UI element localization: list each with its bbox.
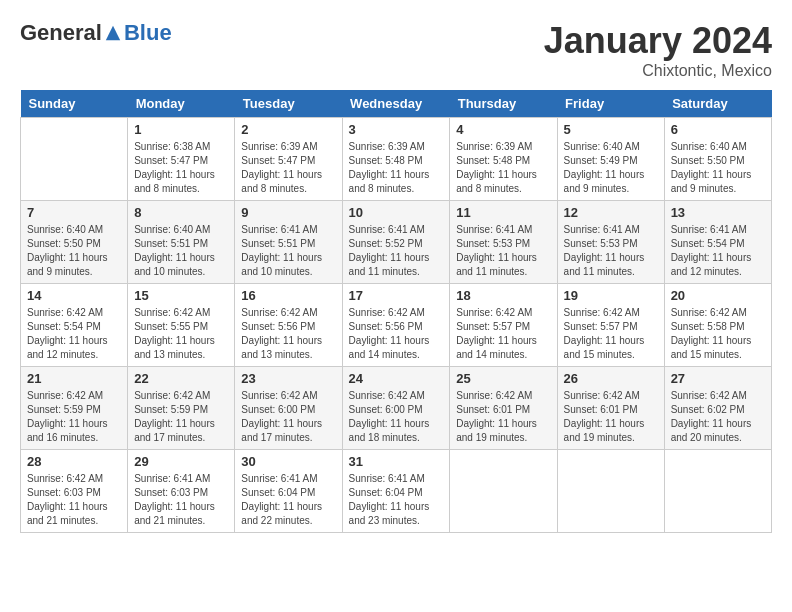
day-info: Sunrise: 6:42 AMSunset: 5:56 PMDaylight:…	[241, 306, 335, 362]
day-info: Sunrise: 6:41 AMSunset: 5:52 PMDaylight:…	[349, 223, 444, 279]
day-number: 21	[27, 371, 121, 386]
calendar-week-row: 7Sunrise: 6:40 AMSunset: 5:50 PMDaylight…	[21, 201, 772, 284]
calendar-cell	[557, 450, 664, 533]
svg-marker-0	[106, 26, 120, 40]
day-number: 6	[671, 122, 765, 137]
day-info: Sunrise: 6:40 AMSunset: 5:49 PMDaylight:…	[564, 140, 658, 196]
calendar-week-row: 21Sunrise: 6:42 AMSunset: 5:59 PMDayligh…	[21, 367, 772, 450]
calendar-cell: 7Sunrise: 6:40 AMSunset: 5:50 PMDaylight…	[21, 201, 128, 284]
calendar-cell: 26Sunrise: 6:42 AMSunset: 6:01 PMDayligh…	[557, 367, 664, 450]
day-number: 27	[671, 371, 765, 386]
day-number: 29	[134, 454, 228, 469]
day-info: Sunrise: 6:42 AMSunset: 5:55 PMDaylight:…	[134, 306, 228, 362]
day-number: 14	[27, 288, 121, 303]
day-number: 5	[564, 122, 658, 137]
title-area: January 2024 Chixtontic, Mexico	[544, 20, 772, 80]
day-number: 23	[241, 371, 335, 386]
day-info: Sunrise: 6:41 AMSunset: 6:04 PMDaylight:…	[241, 472, 335, 528]
day-number: 30	[241, 454, 335, 469]
calendar-header-friday: Friday	[557, 90, 664, 118]
calendar-cell	[450, 450, 557, 533]
calendar-cell: 18Sunrise: 6:42 AMSunset: 5:57 PMDayligh…	[450, 284, 557, 367]
day-number: 26	[564, 371, 658, 386]
calendar-header-tuesday: Tuesday	[235, 90, 342, 118]
day-info: Sunrise: 6:41 AMSunset: 6:03 PMDaylight:…	[134, 472, 228, 528]
calendar-week-row: 1Sunrise: 6:38 AMSunset: 5:47 PMDaylight…	[21, 118, 772, 201]
calendar-cell: 9Sunrise: 6:41 AMSunset: 5:51 PMDaylight…	[235, 201, 342, 284]
day-info: Sunrise: 6:39 AMSunset: 5:47 PMDaylight:…	[241, 140, 335, 196]
day-info: Sunrise: 6:42 AMSunset: 6:00 PMDaylight:…	[349, 389, 444, 445]
calendar-cell: 13Sunrise: 6:41 AMSunset: 5:54 PMDayligh…	[664, 201, 771, 284]
logo-blue-text: Blue	[124, 20, 172, 46]
day-number: 1	[134, 122, 228, 137]
day-info: Sunrise: 6:42 AMSunset: 5:57 PMDaylight:…	[456, 306, 550, 362]
calendar-cell: 21Sunrise: 6:42 AMSunset: 5:59 PMDayligh…	[21, 367, 128, 450]
day-info: Sunrise: 6:42 AMSunset: 6:02 PMDaylight:…	[671, 389, 765, 445]
day-info: Sunrise: 6:41 AMSunset: 5:53 PMDaylight:…	[564, 223, 658, 279]
calendar-cell: 24Sunrise: 6:42 AMSunset: 6:00 PMDayligh…	[342, 367, 450, 450]
day-info: Sunrise: 6:40 AMSunset: 5:51 PMDaylight:…	[134, 223, 228, 279]
day-number: 24	[349, 371, 444, 386]
page-header: General Blue January 2024 Chixtontic, Me…	[20, 20, 772, 80]
day-number: 9	[241, 205, 335, 220]
day-info: Sunrise: 6:41 AMSunset: 6:04 PMDaylight:…	[349, 472, 444, 528]
calendar-cell: 31Sunrise: 6:41 AMSunset: 6:04 PMDayligh…	[342, 450, 450, 533]
day-info: Sunrise: 6:42 AMSunset: 5:58 PMDaylight:…	[671, 306, 765, 362]
day-number: 12	[564, 205, 658, 220]
calendar-cell: 14Sunrise: 6:42 AMSunset: 5:54 PMDayligh…	[21, 284, 128, 367]
day-info: Sunrise: 6:42 AMSunset: 6:01 PMDaylight:…	[456, 389, 550, 445]
day-info: Sunrise: 6:40 AMSunset: 5:50 PMDaylight:…	[27, 223, 121, 279]
calendar-cell: 3Sunrise: 6:39 AMSunset: 5:48 PMDaylight…	[342, 118, 450, 201]
logo: General Blue	[20, 20, 172, 46]
calendar-cell: 5Sunrise: 6:40 AMSunset: 5:49 PMDaylight…	[557, 118, 664, 201]
day-info: Sunrise: 6:42 AMSunset: 5:54 PMDaylight:…	[27, 306, 121, 362]
day-info: Sunrise: 6:40 AMSunset: 5:50 PMDaylight:…	[671, 140, 765, 196]
day-number: 20	[671, 288, 765, 303]
calendar-cell: 11Sunrise: 6:41 AMSunset: 5:53 PMDayligh…	[450, 201, 557, 284]
calendar-cell: 10Sunrise: 6:41 AMSunset: 5:52 PMDayligh…	[342, 201, 450, 284]
day-info: Sunrise: 6:42 AMSunset: 5:57 PMDaylight:…	[564, 306, 658, 362]
calendar-cell: 2Sunrise: 6:39 AMSunset: 5:47 PMDaylight…	[235, 118, 342, 201]
calendar-cell: 23Sunrise: 6:42 AMSunset: 6:00 PMDayligh…	[235, 367, 342, 450]
day-number: 22	[134, 371, 228, 386]
calendar-week-row: 28Sunrise: 6:42 AMSunset: 6:03 PMDayligh…	[21, 450, 772, 533]
logo-general-text: General	[20, 20, 102, 46]
day-number: 17	[349, 288, 444, 303]
day-number: 10	[349, 205, 444, 220]
calendar-cell: 12Sunrise: 6:41 AMSunset: 5:53 PMDayligh…	[557, 201, 664, 284]
day-number: 3	[349, 122, 444, 137]
day-info: Sunrise: 6:39 AMSunset: 5:48 PMDaylight:…	[456, 140, 550, 196]
day-info: Sunrise: 6:42 AMSunset: 5:59 PMDaylight:…	[134, 389, 228, 445]
calendar-cell: 6Sunrise: 6:40 AMSunset: 5:50 PMDaylight…	[664, 118, 771, 201]
calendar-cell: 29Sunrise: 6:41 AMSunset: 6:03 PMDayligh…	[128, 450, 235, 533]
calendar-table: SundayMondayTuesdayWednesdayThursdayFrid…	[20, 90, 772, 533]
day-info: Sunrise: 6:41 AMSunset: 5:51 PMDaylight:…	[241, 223, 335, 279]
calendar-cell: 17Sunrise: 6:42 AMSunset: 5:56 PMDayligh…	[342, 284, 450, 367]
day-number: 4	[456, 122, 550, 137]
calendar-cell: 30Sunrise: 6:41 AMSunset: 6:04 PMDayligh…	[235, 450, 342, 533]
month-title: January 2024	[544, 20, 772, 62]
day-info: Sunrise: 6:42 AMSunset: 5:56 PMDaylight:…	[349, 306, 444, 362]
calendar-cell: 19Sunrise: 6:42 AMSunset: 5:57 PMDayligh…	[557, 284, 664, 367]
location: Chixtontic, Mexico	[544, 62, 772, 80]
day-number: 19	[564, 288, 658, 303]
calendar-cell: 16Sunrise: 6:42 AMSunset: 5:56 PMDayligh…	[235, 284, 342, 367]
day-info: Sunrise: 6:41 AMSunset: 5:53 PMDaylight:…	[456, 223, 550, 279]
day-number: 15	[134, 288, 228, 303]
calendar-cell: 4Sunrise: 6:39 AMSunset: 5:48 PMDaylight…	[450, 118, 557, 201]
day-info: Sunrise: 6:42 AMSunset: 5:59 PMDaylight:…	[27, 389, 121, 445]
day-number: 2	[241, 122, 335, 137]
day-number: 11	[456, 205, 550, 220]
day-info: Sunrise: 6:38 AMSunset: 5:47 PMDaylight:…	[134, 140, 228, 196]
calendar-header-monday: Monday	[128, 90, 235, 118]
calendar-cell: 8Sunrise: 6:40 AMSunset: 5:51 PMDaylight…	[128, 201, 235, 284]
day-number: 18	[456, 288, 550, 303]
day-number: 31	[349, 454, 444, 469]
logo-icon	[104, 24, 122, 42]
day-info: Sunrise: 6:42 AMSunset: 6:01 PMDaylight:…	[564, 389, 658, 445]
day-number: 28	[27, 454, 121, 469]
calendar-header-wednesday: Wednesday	[342, 90, 450, 118]
calendar-header-sunday: Sunday	[21, 90, 128, 118]
day-number: 7	[27, 205, 121, 220]
calendar-cell: 28Sunrise: 6:42 AMSunset: 6:03 PMDayligh…	[21, 450, 128, 533]
